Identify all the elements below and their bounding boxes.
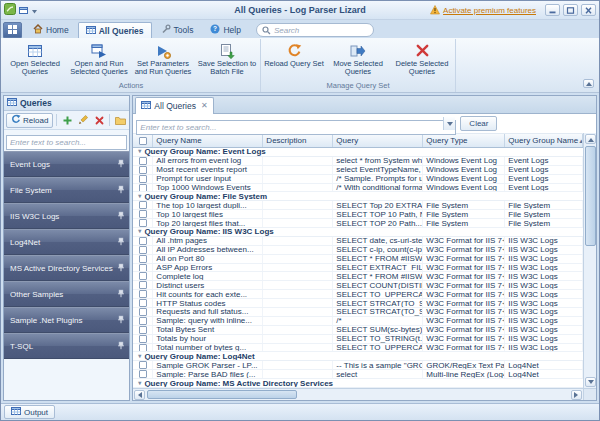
- delete-query-button[interactable]: [92, 113, 106, 128]
- column-header-query-name[interactable]: Query Name: [153, 134, 263, 147]
- sidebar-item-file-system[interactable]: File System: [4, 177, 129, 203]
- select-all-checkbox[interactable]: [139, 137, 147, 145]
- row-checkbox[interactable]: [139, 166, 147, 174]
- scroll-down-button[interactable]: [585, 377, 596, 387]
- column-header-query[interactable]: Query: [333, 134, 423, 147]
- table-filter-input[interactable]: [136, 120, 456, 135]
- column-header-query-group-name[interactable]: Query Group Name ▲: [505, 134, 583, 147]
- row-checkbox[interactable]: [139, 219, 147, 227]
- table-row[interactable]: Distinct usersSELECT COUNT(DISTINC...W3C…: [133, 281, 583, 290]
- ribbon-collapse-button[interactable]: [583, 79, 594, 88]
- row-checkbox[interactable]: [139, 299, 147, 307]
- row-checkbox[interactable]: [139, 272, 147, 280]
- sidebar-item-ms-active-directory-services[interactable]: MS Active Directory Services: [4, 255, 129, 281]
- row-checkbox[interactable]: [139, 326, 147, 334]
- row-checkbox[interactable]: [139, 184, 147, 192]
- minimize-button[interactable]: [545, 4, 560, 16]
- table-row[interactable]: Total number of bytes g...SELECT TO_UPPE…: [133, 344, 583, 353]
- scroll-up-button[interactable]: [585, 134, 596, 144]
- sidebar-search-input[interactable]: [6, 135, 127, 150]
- row-checkbox[interactable]: [139, 246, 147, 254]
- ribbon-button-open-selected-queries[interactable]: Open Selected Queries: [3, 40, 67, 76]
- row-checkbox[interactable]: [139, 201, 147, 209]
- horizontal-scroll-thumb[interactable]: [147, 390, 297, 399]
- table-row[interactable]: Prompt for user input/* Sample. Prompts …: [133, 175, 583, 184]
- row-checkbox[interactable]: [139, 308, 147, 316]
- row-checkbox[interactable]: [139, 290, 147, 298]
- table-row[interactable]: All errors from event logselect * from S…: [133, 157, 583, 166]
- scroll-left-button[interactable]: [134, 390, 145, 400]
- clear-filter-button[interactable]: Clear: [460, 116, 497, 131]
- tab-close-icon[interactable]: ✕: [201, 102, 208, 110]
- column-header-description[interactable]: Description: [263, 134, 333, 147]
- collapse-icon[interactable]: ▾: [138, 379, 141, 387]
- sidebar-item-t-sql[interactable]: T-SQL: [4, 333, 129, 359]
- table-row[interactable]: Sample: Parse BAD files (...selectMulti-…: [133, 370, 583, 379]
- horizontal-scrollbar[interactable]: [133, 388, 583, 400]
- column-header-query-type[interactable]: Query Type: [423, 134, 505, 147]
- table-row[interactable]: All .htm pagesSELECT date, cs-uri-stemW3…: [133, 237, 583, 246]
- table-row[interactable]: The top 10 largest dupli...SELECT Top 20…: [133, 201, 583, 210]
- reload-button[interactable]: Reload: [6, 113, 53, 128]
- quick-access-dropdown-icon[interactable]: [31, 1, 38, 19]
- collapse-icon[interactable]: ▾: [138, 192, 141, 200]
- sidebar-item-other-samples[interactable]: Other Samples: [4, 281, 129, 307]
- row-checkbox[interactable]: [139, 335, 147, 343]
- group-row-query-group-name-event-logs[interactable]: ▾Query Group Name: Event Logs: [133, 148, 583, 157]
- row-checkbox[interactable]: [139, 264, 147, 272]
- row-checkbox[interactable]: [139, 175, 147, 183]
- table-row[interactable]: Complete logSELECT * FROM #IISW3...W3C F…: [133, 272, 583, 281]
- collapse-icon[interactable]: ▾: [138, 148, 141, 156]
- ribbon-button-delete-selected-queries[interactable]: Delete Selected Queries: [390, 40, 454, 76]
- table-row[interactable]: Total Bytes SentSELECT SUM(sc-bytes) A..…: [133, 326, 583, 335]
- ribbon-tab-home[interactable]: Home: [25, 22, 77, 38]
- group-row-query-group-name-ms-active-directory-services[interactable]: ▾Query Group Name: MS Active Directory S…: [133, 379, 583, 388]
- table-row[interactable]: Top 20 largest files that...SELECT TOP 2…: [133, 219, 583, 228]
- row-checkbox[interactable]: [139, 157, 147, 165]
- application-menu-button[interactable]: [3, 22, 22, 38]
- sidebar-item-log4net[interactable]: Log4Net: [4, 229, 129, 255]
- ribbon-tab-all-queries[interactable]: All Queries: [78, 22, 152, 38]
- ribbon-button-set-parameters-and-run-queries[interactable]: Set Parameters and Run Queries: [131, 40, 195, 76]
- row-checkbox[interactable]: [139, 255, 147, 263]
- row-checkbox[interactable]: [139, 210, 147, 218]
- table-row[interactable]: Totals by hourSELECT TO_STRING(t...W3C F…: [133, 335, 583, 344]
- row-checkbox[interactable]: [139, 281, 147, 289]
- table-row[interactable]: All IP Addresses between...SELECT c-ip, …: [133, 246, 583, 255]
- sidebar-item-event-logs[interactable]: Event Logs: [4, 151, 129, 177]
- collapse-icon[interactable]: ▾: [138, 352, 141, 360]
- vertical-scroll-thumb[interactable]: [585, 146, 596, 246]
- close-button[interactable]: [581, 4, 596, 16]
- ribbon-button-save-selection-to-batch-file[interactable]: Save Selection to Batch File: [195, 40, 259, 76]
- group-row-query-group-name-log4net[interactable]: ▾Query Group Name: Log4Net: [133, 352, 583, 361]
- ribbon-button-reload-query-set[interactable]: Reload Query Set: [262, 40, 326, 68]
- table-row[interactable]: Top 10 largest filesSELECT TOP 10 Path, …: [133, 210, 583, 219]
- output-button[interactable]: Output: [4, 405, 55, 419]
- ribbon-tab-help[interactable]: ? Help: [202, 22, 248, 38]
- document-tab-all-queries[interactable]: All Queries ✕: [135, 97, 213, 114]
- filter-dropdown-button[interactable]: [443, 117, 455, 130]
- scroll-right-button[interactable]: [571, 390, 582, 400]
- ribbon-search-box[interactable]: [256, 23, 374, 37]
- group-row-query-group-name-iis-w3c-logs[interactable]: ▾Query Group Name: IIS W3C Logs: [133, 228, 583, 237]
- table-row[interactable]: Sample GROK Parser - LP...-- This is a s…: [133, 361, 583, 370]
- table-row[interactable]: Requests and full status...SELECT STRCAT…: [133, 308, 583, 317]
- table-row[interactable]: ASP App ErrorsSELECT EXTRACT_FILEN...W3C…: [133, 264, 583, 273]
- add-query-button[interactable]: [60, 113, 74, 128]
- row-checkbox[interactable]: [139, 361, 147, 369]
- table-row[interactable]: HTTP Status codesSELECT STRCAT(TO_ST...W…: [133, 299, 583, 308]
- open-folder-button[interactable]: [113, 113, 127, 128]
- table-row[interactable]: Top 1000 Windows Events/* With condition…: [133, 184, 583, 193]
- row-checkbox[interactable]: [139, 317, 147, 325]
- table-row[interactable]: Hit counts for each exte...SELECT TO_UPP…: [133, 290, 583, 299]
- table-row[interactable]: Sample: query with inline.../*W3C Format…: [133, 317, 583, 326]
- activate-premium-link[interactable]: Activate premium features: [443, 6, 536, 15]
- ribbon-button-open-and-run-selected-queries[interactable]: Open and Run Selected Queries: [67, 40, 131, 76]
- maximize-button[interactable]: [563, 4, 578, 16]
- edit-query-button[interactable]: [76, 113, 90, 128]
- row-checkbox[interactable]: [139, 237, 147, 245]
- table-row[interactable]: All on Port 80SELECT * FROM #IISW3...W3C…: [133, 255, 583, 264]
- ribbon-search-input[interactable]: [274, 26, 368, 35]
- table-row[interactable]: Most recent events reportselect EventTyp…: [133, 166, 583, 175]
- collapse-icon[interactable]: ▾: [138, 228, 141, 236]
